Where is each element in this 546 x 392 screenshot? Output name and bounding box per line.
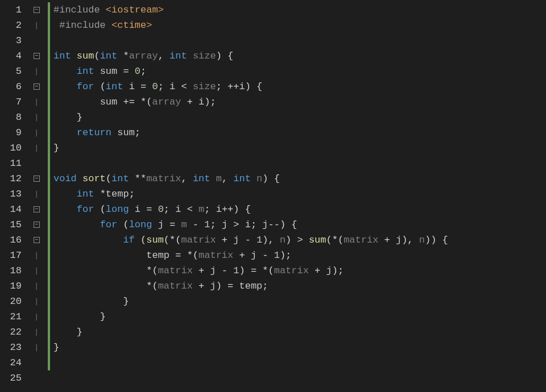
gutter-row: 1−	[0, 2, 48, 18]
indent-guide	[53, 204, 77, 215]
code-line[interactable]: for (long j = m - 1; j > i; j--) {	[48, 217, 546, 232]
token-id: j	[326, 265, 332, 276]
code-line[interactable]: }	[48, 110, 546, 125]
indent-guide	[53, 66, 77, 77]
token-punc: ;	[129, 189, 135, 199]
indent-guide	[53, 219, 100, 230]
token-inc: <ctime>	[111, 20, 152, 31]
code-line[interactable]: int sum(int *array, int size) {	[48, 48, 546, 64]
code-line[interactable]	[48, 156, 546, 171]
token-punc	[303, 235, 309, 245]
code-line[interactable]: }	[48, 294, 546, 309]
code-line[interactable]: }	[48, 309, 546, 324]
token-param: matrix	[274, 265, 309, 276]
token-op: +	[193, 281, 210, 291]
token-punc: );	[280, 250, 291, 261]
code-line[interactable]: }	[48, 324, 546, 340]
code-line[interactable]: }	[48, 340, 546, 355]
fold-region[interactable]: −	[25, 176, 48, 182]
token-kw: int	[77, 66, 100, 77]
code-line[interactable]: #include <iostream>	[48, 2, 546, 18]
code-line[interactable]	[48, 370, 546, 386]
token-num: 1	[233, 265, 239, 276]
token-id: j	[396, 235, 402, 245]
fold-collapse-icon[interactable]: −	[34, 206, 40, 212]
token-inc: <iostream>	[106, 5, 164, 15]
fold-region[interactable]: −	[25, 237, 48, 243]
token-num: 1	[204, 219, 210, 230]
gutter-row: 3	[0, 33, 48, 48]
code-line[interactable]: int sum = 0;	[48, 64, 546, 79]
code-line[interactable]: for (long i = 0; i < m; i++) {	[48, 202, 546, 217]
line-number: 3	[0, 35, 25, 46]
line-number: 11	[0, 158, 25, 169]
code-line[interactable]: if (sum(*(matrix + j - 1), n) > sum(*(ma…	[48, 232, 546, 248]
fold-region[interactable]: −	[25, 206, 48, 212]
code-line[interactable]: #include <ctime>	[48, 18, 546, 33]
fold-collapse-icon[interactable]: −	[34, 84, 40, 90]
code-line[interactable]: temp = *(matrix + j - 1);	[48, 248, 546, 263]
token-id: j	[222, 219, 228, 230]
token-kw: long	[129, 219, 158, 230]
code-line[interactable]: void sort(int **matrix, int m, int n) {	[48, 171, 546, 186]
fold-region[interactable]: −	[25, 53, 48, 59]
token-id: sum	[100, 66, 118, 77]
fold-collapse-icon[interactable]: −	[34, 53, 40, 59]
token-kw: int	[233, 173, 257, 184]
token-punc: }	[77, 327, 82, 337]
token-punc: );	[204, 97, 216, 107]
fold-region[interactable]: −	[25, 222, 48, 228]
code-line[interactable]: return sum;	[48, 125, 546, 140]
token-fn: sum	[77, 51, 94, 61]
token-punc: ;	[216, 81, 228, 92]
token-op: *	[146, 281, 152, 291]
gutter-row: 2│	[0, 18, 48, 33]
code-line[interactable]: *(matrix + j - 1) = *(matrix + j);	[48, 263, 546, 278]
indent-guide	[53, 81, 77, 92]
token-op: -	[257, 250, 274, 261]
code-line[interactable]: sum += *(array + i);	[48, 94, 546, 110]
token-param: matrix	[158, 265, 193, 276]
token-param: matrix	[198, 250, 233, 261]
token-fn: sum	[146, 235, 164, 245]
line-number: 16	[0, 235, 25, 245]
gutter-row: 9│	[0, 125, 48, 140]
token-punc: }	[100, 311, 106, 322]
token-param: size	[193, 51, 216, 61]
token-punc: ;	[251, 219, 262, 230]
token-op: = *	[169, 250, 193, 261]
code-line[interactable]: int *temp;	[48, 186, 546, 202]
fold-region: │	[25, 298, 48, 305]
token-op: -	[239, 235, 257, 245]
token-param: n	[280, 235, 286, 245]
code-line[interactable]: for (int i = 0; i < size; ++i) {	[48, 79, 546, 94]
code-area[interactable]: #include <iostream> #include <ctime>int …	[48, 0, 546, 392]
indent-guide	[53, 235, 123, 245]
code-editor[interactable]: 1−2│34−5│6−7│8│9│10│1112−13│14−15−16−17│…	[0, 0, 546, 392]
fold-collapse-icon[interactable]: −	[34, 176, 40, 182]
token-op: = *	[245, 265, 268, 276]
fold-region: │	[25, 145, 48, 152]
token-pp: #include	[53, 5, 106, 15]
gutter-row: 5│	[0, 64, 48, 79]
token-op: +	[193, 265, 210, 276]
token-op: +	[233, 250, 251, 261]
token-punc: (	[100, 204, 106, 215]
token-punc: }	[123, 296, 129, 307]
code-line[interactable]: *(matrix + j) = temp;	[48, 278, 546, 294]
token-id: i	[239, 81, 245, 92]
fold-region[interactable]: −	[25, 7, 48, 13]
code-line[interactable]	[48, 355, 546, 370]
code-line[interactable]	[48, 33, 546, 48]
token-op: -	[187, 219, 205, 230]
fold-region[interactable]: −	[25, 84, 48, 90]
token-id: j	[233, 235, 239, 245]
line-number: 18	[0, 265, 25, 276]
fold-collapse-icon[interactable]: −	[34, 222, 40, 228]
fold-collapse-icon[interactable]: −	[34, 237, 40, 243]
gutter-row: 22│	[0, 324, 48, 340]
code-line[interactable]: }	[48, 140, 546, 156]
fold-collapse-icon[interactable]: −	[34, 7, 40, 13]
token-punc: (	[164, 235, 169, 245]
fold-region: │	[25, 283, 48, 290]
